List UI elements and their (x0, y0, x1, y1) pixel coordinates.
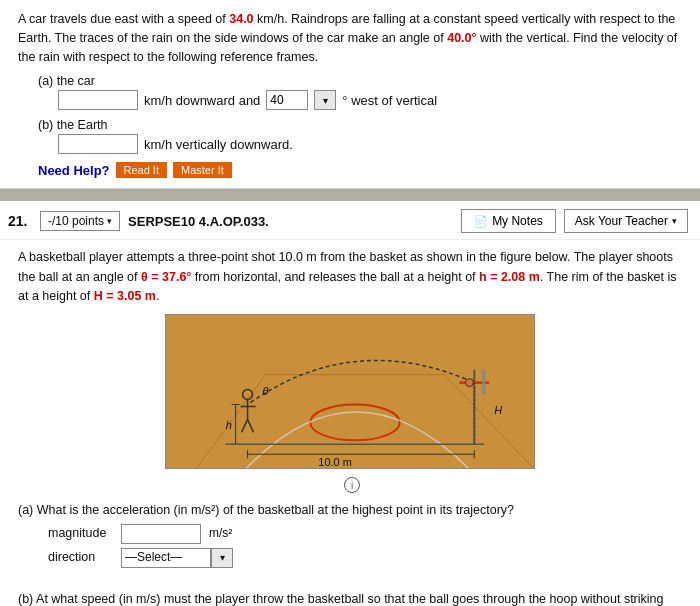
text-west: ° west of vertical (342, 93, 437, 108)
sub-a: (a) the car km/h downward and ▾ ° west o… (18, 74, 682, 110)
ask-teacher-button[interactable]: Ask Your Teacher ▾ (564, 209, 688, 233)
question-b-label: (b) At what speed (in m/s) must the play… (18, 590, 682, 606)
notes-label: My Notes (492, 214, 543, 228)
teacher-chevron-icon: ▾ (672, 216, 677, 226)
top-section: A car travels due east with a speed of 3… (0, 0, 700, 189)
sub-a-row: km/h downward and ▾ ° west of vertical (18, 90, 682, 110)
read-it-button[interactable]: Read It (116, 162, 167, 178)
master-it-button[interactable]: Master It (173, 162, 232, 178)
direction-select-wrapper[interactable]: —Select— ▾ (121, 548, 233, 568)
sub-b-row: km/h vertically downward. (18, 134, 682, 154)
magnitude-label: magnitude (48, 524, 113, 543)
problem-21-text: A basketball player attempts a three-poi… (18, 248, 682, 306)
h-highlight: h = 2.08 m (479, 270, 540, 284)
need-help-label: Need Help? (38, 163, 110, 178)
svg-text:10.0 m: 10.0 m (318, 457, 351, 469)
speed-highlight: 34.0 (229, 12, 253, 26)
H-highlight: H = 3.05 m (94, 289, 156, 303)
points-value: -/10 points (48, 214, 104, 228)
magnitude-unit: m/s² (209, 524, 232, 543)
sub-b-label: (b) the Earth (18, 118, 682, 132)
svg-text:θ: θ (262, 385, 268, 397)
my-notes-button[interactable]: 📄 My Notes (461, 209, 556, 233)
points-badge[interactable]: -/10 points ▾ (40, 211, 120, 231)
problem-21-header: 21. -/10 points ▾ SERPSE10 4.A.OP.033. 📄… (0, 201, 700, 240)
magnitude-input[interactable] (121, 524, 201, 544)
svg-text:h: h (226, 420, 232, 432)
direction-select[interactable]: —Select— (121, 548, 211, 568)
problem-code: SERPSE10 4.A.OP.033. (128, 214, 453, 229)
info-icon[interactable]: i (344, 477, 360, 493)
sub-b: (b) the Earth km/h vertically downward. (18, 118, 682, 154)
notes-doc-icon: 📄 (474, 215, 488, 228)
court-svg: H θ h (166, 315, 534, 469)
part-b-section: (b) At what speed (in m/s) must the play… (0, 576, 700, 606)
theta-highlight: θ = 37.6° (141, 270, 191, 284)
problem-text: A car travels due east with a speed of 3… (18, 10, 682, 66)
svg-point-10 (465, 379, 473, 387)
angle-highlight: 40.0° (447, 31, 476, 45)
direction-select-value: —Select— (125, 548, 182, 567)
svg-rect-0 (166, 315, 534, 469)
text-downward: km/h downward and (144, 93, 260, 108)
court-illustration: H θ h (165, 314, 535, 469)
direction-label: direction (48, 548, 113, 567)
angle-a-input[interactable] (266, 90, 308, 110)
problem-number: 21. (8, 213, 32, 229)
svg-text:H: H (494, 405, 502, 417)
page: A car travels due east with a speed of 3… (0, 0, 700, 606)
svg-rect-7 (482, 370, 485, 395)
section-divider (0, 189, 700, 201)
teacher-label: Ask Your Teacher (575, 214, 668, 228)
angle-dropdown[interactable]: ▾ (314, 90, 336, 110)
text-vertical: km/h vertically downward. (144, 137, 293, 152)
question-a-label: (a) What is the acceleration (in m/s²) o… (18, 501, 682, 520)
problem-21-body: A basketball player attempts a three-poi… (0, 240, 700, 576)
direction-row: direction —Select— ▾ (18, 548, 682, 568)
magnitude-row: magnitude m/s² (18, 524, 682, 544)
points-chevron-icon: ▾ (107, 216, 112, 226)
velocity-b-input[interactable] (58, 134, 138, 154)
need-help-section: Need Help? Read It Master It (18, 162, 682, 178)
sub-a-label: (a) the car (18, 74, 682, 88)
direction-select-arrow[interactable]: ▾ (211, 548, 233, 568)
velocity-a-input[interactable] (58, 90, 138, 110)
